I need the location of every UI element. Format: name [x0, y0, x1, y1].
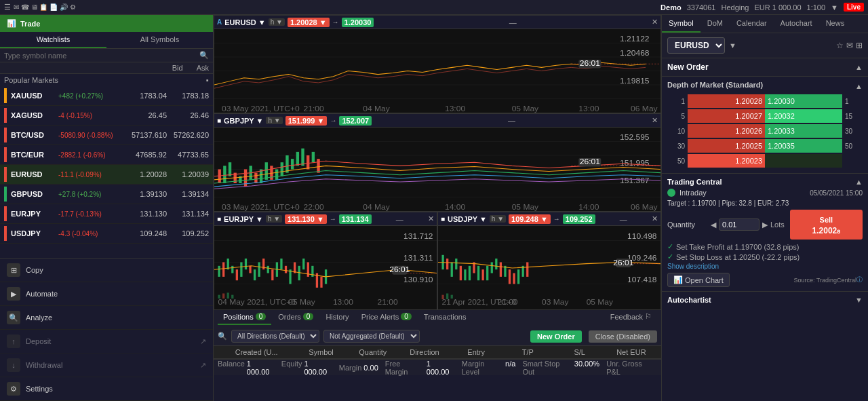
market-bid: 1.20028 — [126, 170, 167, 178]
tc-note-text-1: Set Take Profit at 1.19700 (32.8 pips) — [676, 243, 799, 251]
collapse-icon[interactable]: ▪ — [206, 76, 209, 84]
col-direction: Direction — [399, 348, 450, 356]
eurjpy-chart-close[interactable]: ✕ — [428, 214, 434, 223]
gbpjpy-chart-panel: ■ GBPJPY ▼ h ▼ 151.999 ▼ → 152.007 — ✕ — [214, 113, 661, 212]
market-item-xagusd[interactable]: XAGUSD -4 (-0.15%) 26.45 26.46 — [0, 106, 213, 126]
svg-text:22:00: 22:00 — [304, 202, 325, 211]
symbol-selector[interactable]: EURUSD — [667, 37, 725, 54]
dom-row-1: 1 1.20028 1.20030 1 — [667, 94, 863, 108]
tab-positions[interactable]: Positions 0 — [218, 310, 271, 325]
market-item-usdjpy[interactable]: USDJPY -4.3 (-0.04%) 109.248 109.252 — [0, 224, 213, 244]
autochartist-title: Autochartist — [667, 296, 711, 304]
sidebar-bottom-menu: ⊞ Copy ▶ Automate 🔍 Analyze ↑ Deposit ↗ … — [0, 258, 213, 401]
tab-transactions[interactable]: Transactions — [418, 310, 472, 325]
margin-value: 0.00 — [363, 364, 378, 372]
menu-item-analyze[interactable]: 🔍 Analyze — [0, 306, 213, 330]
search-filter-icon[interactable]: 🔍 — [218, 332, 227, 341]
charts-area: A EURUSD ▼ h ▼ 1.20028 ▼ → 1.20030 — ✕ — [214, 15, 661, 307]
svg-rect-40 — [281, 162, 283, 176]
sell-label: Sell — [820, 216, 833, 224]
smart-stop-label: Smart Stop Out — [522, 360, 572, 376]
gbpjpy-chart-close[interactable]: ✕ — [652, 116, 658, 125]
eurjpy-chart-min[interactable]: — — [396, 215, 403, 223]
gbpjpy-chart-header: ■ GBPJPY ▼ h ▼ 151.999 ▼ → 152.007 — ✕ — [214, 114, 660, 128]
gbpjpy-chart-min[interactable]: — — [508, 117, 515, 125]
sidebar-icon: 📊 — [7, 19, 16, 28]
menu-item-automate[interactable]: ▶ Automate — [0, 282, 213, 306]
sidebar-search: 🔍 — [0, 49, 213, 62]
live-badge[interactable]: Live — [844, 3, 864, 12]
market-bid: 1783.04 — [126, 92, 167, 100]
direction-filter[interactable]: All Directions (Default) — [231, 330, 319, 343]
usdjpy-chart-close[interactable]: ✕ — [652, 214, 658, 223]
right-tab-calendar[interactable]: Calendar — [730, 15, 774, 33]
dom-ask-1[interactable]: 1.20030 — [765, 94, 842, 108]
tc-expand-icon[interactable]: ▲ — [855, 178, 863, 186]
svg-text:06 May: 06 May — [631, 202, 658, 211]
tab-history[interactable]: History — [320, 310, 354, 325]
dom-ask-4[interactable]: 1.20035 — [765, 139, 842, 153]
show-description-link[interactable]: Show description — [667, 263, 863, 270]
tc-info-icon[interactable]: ⓘ — [856, 275, 863, 284]
eurusd-chart-close[interactable]: ✕ — [652, 18, 658, 26]
market-change: -4 (-0.15%) — [58, 112, 126, 119]
hamburger-icon[interactable]: ☰ — [4, 3, 11, 12]
dom-collapse[interactable]: ▲ — [855, 82, 863, 90]
aggregation-filter[interactable]: Not Aggregated (Default) — [323, 330, 420, 343]
market-item-btceur[interactable]: BTC/EUR -2882.1 (-0.6%) 47685.92 47733.6… — [0, 145, 213, 165]
dom-bid-4[interactable]: 1.20025 — [688, 139, 765, 153]
market-item-eurusd[interactable]: EURUSD -11.1 (-0.09%) 1.20028 1.20039 — [0, 165, 213, 185]
symbol-row: EURUSD ▼ ☆ ✉ ⊞ — [662, 33, 868, 58]
dom-row-5: 50 1.20023 — [667, 154, 863, 168]
market-item-xauusd[interactable]: XAUUSD +482 (+0.27%) 1783.04 1783.18 — [0, 86, 213, 106]
autochartist-expand[interactable]: ▼ — [855, 296, 863, 304]
svg-rect-109 — [446, 259, 448, 269]
right-tab-dom[interactable]: DoM — [701, 15, 730, 33]
expand-button[interactable]: ⊞ — [856, 41, 863, 50]
right-tab-symbol[interactable]: Symbol — [662, 15, 701, 33]
sell-button[interactable]: Sell 1.2002₈ — [790, 210, 863, 240]
dom-bid-1[interactable]: 1.20028 — [688, 94, 765, 108]
qty-decrease[interactable]: ◀ — [711, 221, 716, 229]
eurusd-chart-min[interactable]: — — [509, 18, 517, 26]
market-item-gbpusd[interactable]: GBPUSD +27.8 (+0.2%) 1.39130 1.39134 — [0, 185, 213, 204]
usdjpy-chart-min[interactable]: — — [620, 215, 627, 223]
market-item-eurjpy[interactable]: EURJPY -17.7 (-0.13%) 131.130 131.134 — [0, 204, 213, 224]
dom-title: Depth of Market (Standard) — [667, 81, 763, 89]
menu-item-withdrawal[interactable]: ↓ Withdrawal ↗ — [0, 354, 213, 377]
dom-ask-3[interactable]: 1.20033 — [765, 124, 842, 138]
tab-feedback[interactable]: Feedback ⚐ — [605, 309, 657, 325]
svg-rect-83 — [298, 266, 300, 280]
tab-price-alerts[interactable]: Price Alerts 0 — [356, 310, 417, 325]
close-disabled-button[interactable]: Close (Disabled) — [589, 330, 657, 343]
search-input[interactable] — [4, 52, 199, 60]
dom-bid-5[interactable]: 1.20023 — [688, 154, 765, 168]
eurusd-ask-badge: 1.20030 — [342, 18, 374, 27]
usdjpy-chart-body: 110.498 109.246 107.418 — [438, 226, 660, 309]
new-order-collapse[interactable]: ▲ — [855, 63, 863, 71]
menu-item-settings[interactable]: ⚙ Settings — [0, 377, 213, 401]
svg-rect-35 — [254, 173, 257, 183]
menu-item-deposit[interactable]: ↑ Deposit ↗ — [0, 330, 213, 354]
tab-watchlists[interactable]: Watchlists — [0, 32, 106, 48]
quantity-input[interactable] — [719, 218, 760, 231]
tab-all-symbols[interactable]: All Symbols — [106, 32, 213, 48]
envelope-button[interactable]: ✉ — [846, 41, 853, 50]
popular-markets-header: Popular Markets ▪ — [0, 74, 213, 86]
right-tab-news[interactable]: News — [819, 15, 852, 33]
open-chart-button[interactable]: 📊 Open Chart — [667, 273, 730, 287]
market-item-btcusd[interactable]: BTC/USD -5080.90 (-0.88%) 57137.610 5726… — [0, 126, 213, 145]
menu-item-copy[interactable]: ⊞ Copy — [0, 259, 213, 282]
sidebar-title: Trade — [20, 20, 40, 28]
star-button[interactable]: ☆ — [836, 41, 844, 50]
dom-bid-3[interactable]: 1.20026 — [688, 124, 765, 138]
balance-value: 1 000.00 — [247, 360, 275, 376]
new-order-button[interactable]: New Order — [530, 330, 582, 343]
qty-increase[interactable]: ▶ — [762, 221, 768, 229]
eurjpy-chart-body: 131.712 131.311 130.910 — [214, 226, 437, 309]
dom-bid-2[interactable]: 1.20027 — [688, 109, 765, 123]
eurjpy-ask-badge: 131.134 — [339, 214, 372, 224]
right-tab-autochart[interactable]: Autochart — [774, 15, 819, 33]
tab-orders[interactable]: Orders 0 — [273, 310, 319, 325]
dom-ask-2[interactable]: 1.20032 — [765, 109, 842, 123]
